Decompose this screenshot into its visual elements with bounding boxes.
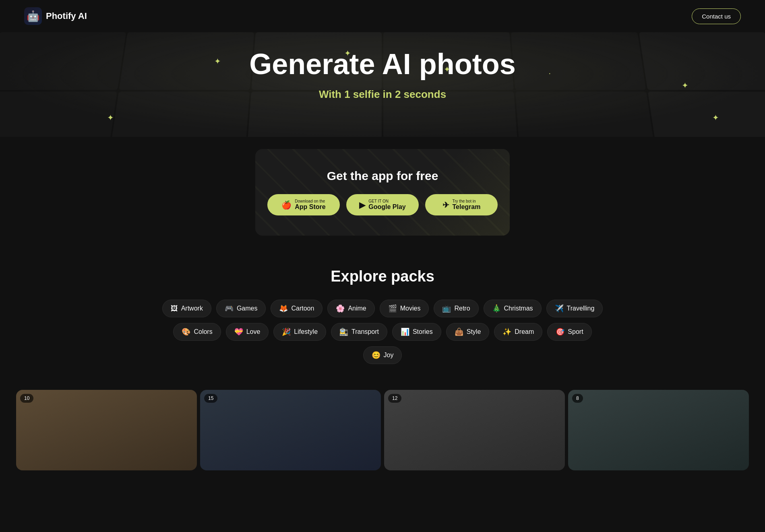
chip-emoji: 💝 [234, 327, 243, 336]
chip-label: Games [237, 305, 258, 312]
photo-card-badge: 15 [204, 394, 217, 403]
chip-emoji: 🎨 [182, 327, 190, 336]
pack-chip-style[interactable]: 👜Style [446, 323, 490, 341]
chip-emoji: 🎉 [282, 327, 291, 336]
hero-section: ✦ ✦ ✦ ✦ ✦ ✦ · Generate AI photos With 1 … [0, 32, 765, 137]
photo-card: 10 [16, 390, 197, 470]
pack-chip-love[interactable]: 💝Love [226, 323, 269, 341]
photo-card-badge: 10 [20, 394, 33, 403]
pack-chip-games[interactable]: 🎮Games [216, 300, 266, 317]
chip-label: Anime [348, 305, 366, 312]
pack-chip-travelling[interactable]: ✈️Travelling [546, 300, 603, 317]
pack-chip-movies[interactable]: 🎬Movies [380, 300, 429, 317]
pack-chip-anime[interactable]: 🌸Anime [327, 300, 374, 317]
appstore-big-label: App Store [295, 203, 325, 211]
photo-card: 15 [200, 390, 381, 470]
chip-emoji: 📊 [401, 327, 409, 336]
chip-label: Travelling [567, 305, 595, 312]
hero-headline: Generate AI photos [8, 48, 757, 80]
chip-label: Lifestyle [294, 328, 318, 335]
appstore-button[interactable]: 🍎 Download on the App Store [267, 194, 340, 215]
pack-chip-dream[interactable]: ✨Dream [494, 323, 542, 341]
pack-chip-joy[interactable]: 😊Joy [363, 346, 402, 364]
hero-subtitle-bold: 2 seconds [395, 88, 446, 100]
chip-label: Dream [515, 328, 534, 335]
photo-card: 8 [568, 390, 749, 470]
telegram-icon: ✈ [442, 200, 449, 210]
pack-chip-artwork[interactable]: 🖼Artwork [162, 300, 211, 317]
chip-emoji: 🎄 [492, 304, 501, 313]
logo-text: Photify AI [46, 11, 87, 21]
chip-emoji: 🖼 [171, 304, 178, 313]
pack-chip-transport[interactable]: 🚉Transport [331, 323, 387, 341]
chip-label: Love [246, 328, 261, 335]
photo-grid: 1015128 [0, 378, 765, 470]
apple-icon: 🍎 [281, 200, 292, 210]
hero-subtitle: With 1 selfie in 2 seconds [8, 88, 757, 101]
logo-icon: 🤖 [24, 7, 42, 25]
pack-chip-stories[interactable]: 📊Stories [392, 323, 441, 341]
pack-chip-lifestyle[interactable]: 🎉Lifestyle [273, 323, 326, 341]
pack-chip-sport[interactable]: 🎯Sport [547, 323, 591, 341]
telegram-big-label: Telegram [453, 203, 481, 211]
chip-emoji: 🦊 [279, 304, 288, 313]
chip-emoji: 🌸 [336, 304, 345, 313]
chip-label: Movies [400, 305, 421, 312]
googleplay-icon: ▶ [359, 200, 365, 210]
pack-chip-cartoon[interactable]: 🦊Cartoon [271, 300, 323, 317]
app-buttons-group: 🍎 Download on the App Store ▶ GET IT ON … [267, 194, 498, 215]
hero-subtitle-plain: With 1 selfie in [319, 88, 395, 100]
hero-content: Generate AI photos With 1 selfie in 2 se… [8, 48, 757, 101]
pack-chip-retro[interactable]: 📺Retro [434, 300, 478, 317]
chip-label: Colors [194, 328, 212, 335]
chip-label: Transport [351, 328, 379, 335]
chip-label: Style [467, 328, 481, 335]
chip-label: Sport [568, 328, 583, 335]
chip-label: Stories [413, 328, 433, 335]
chip-emoji: 🎯 [556, 327, 564, 336]
chip-emoji: 🚉 [339, 327, 348, 336]
app-section-title: Get the app for free [267, 169, 498, 183]
googleplay-big-label: Google Play [368, 203, 405, 211]
contact-button[interactable]: Contact us [692, 8, 741, 24]
photo-card: 12 [384, 390, 565, 470]
pack-chip-christmas[interactable]: 🎄Christmas [484, 300, 542, 317]
chip-emoji: 😊 [372, 351, 380, 360]
chip-emoji: 🎬 [388, 304, 397, 313]
logo-area: 🤖 Photify AI [24, 7, 87, 25]
packs-row-2: 🎨Colors💝Love🎉Lifestyle🚉Transport📊Stories… [16, 323, 749, 341]
telegram-small-label: Try the bot in [453, 199, 481, 203]
chip-emoji: 🎮 [225, 304, 234, 313]
chip-label: Retro [454, 305, 470, 312]
app-section-background [255, 149, 510, 236]
app-download-section: Get the app for free 🍎 Download on the A… [255, 149, 510, 236]
packs-row-1: 🖼Artwork🎮Games🦊Cartoon🌸Anime🎬Movies📺Retr… [16, 300, 749, 317]
pack-chip-colors[interactable]: 🎨Colors [173, 323, 221, 341]
chip-label: Christmas [504, 305, 533, 312]
chip-emoji: 👜 [455, 327, 463, 336]
packs-row-3: 😊Joy [16, 346, 749, 364]
telegram-button[interactable]: ✈ Try the bot in Telegram [425, 194, 498, 215]
appstore-small-label: Download on the [295, 199, 325, 203]
explore-section: Explore packs 🖼Artwork🎮Games🦊Cartoon🌸Ani… [0, 248, 765, 378]
chip-label: Artwork [181, 305, 203, 312]
chip-emoji: 📺 [442, 304, 451, 313]
chip-label: Cartoon [291, 305, 314, 312]
explore-title: Explore packs [16, 268, 749, 285]
chip-label: Joy [384, 352, 394, 359]
chip-emoji: ✨ [502, 327, 511, 336]
photo-card-badge: 12 [388, 394, 401, 403]
googleplay-button[interactable]: ▶ GET IT ON Google Play [346, 194, 419, 215]
photo-card-badge: 8 [572, 394, 583, 403]
googleplay-small-label: GET IT ON [368, 199, 405, 203]
chip-emoji: ✈️ [555, 304, 564, 313]
